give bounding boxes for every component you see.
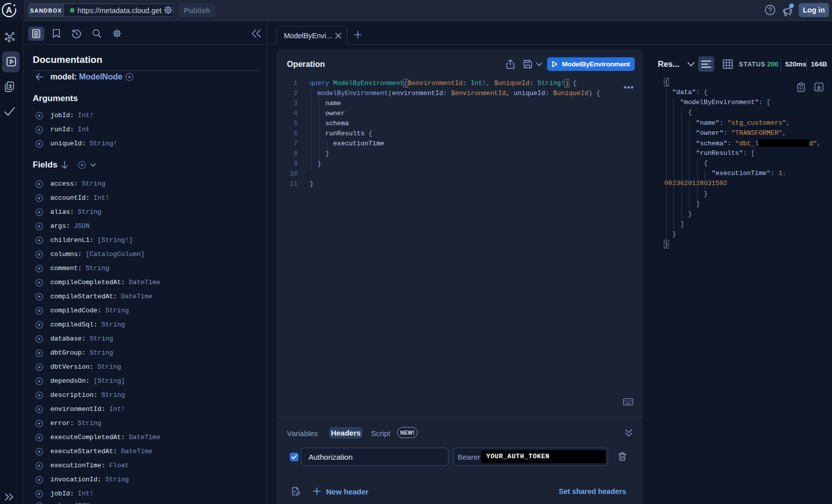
svg-text:A: A <box>6 6 12 15</box>
